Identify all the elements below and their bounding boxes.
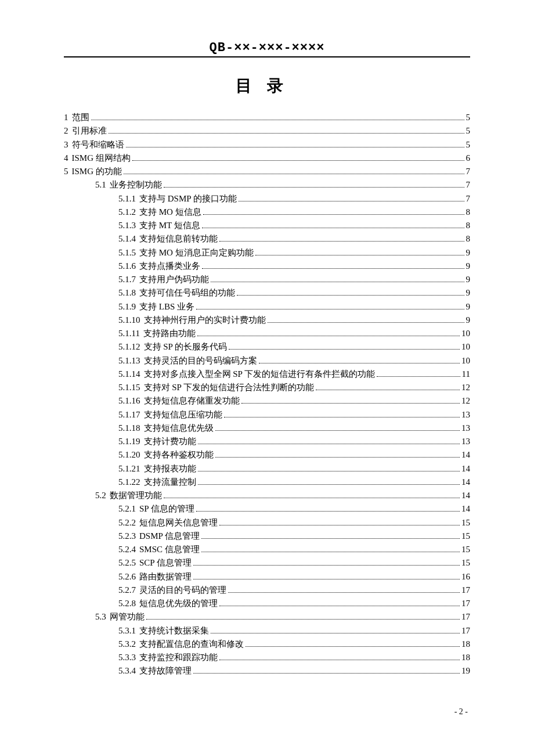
- toc-entry-number: 5.1.2: [118, 206, 136, 219]
- toc-entry-number: 5.1.13: [118, 354, 140, 368]
- toc-entry-page: 8: [466, 232, 471, 246]
- toc-leader-dots: [377, 370, 460, 377]
- toc-leader-dots: [224, 411, 460, 417]
- toc-entry: 5.2.8短信息优先级的管理17: [64, 597, 470, 610]
- toc-entry: 5.1.3支持 MT 短信息8: [64, 219, 470, 232]
- toc-entry: 5.1.2支持 MO 短信息8: [64, 206, 470, 219]
- toc-entry: 5.1.10支持神州行用户的实时计费功能9: [64, 314, 470, 327]
- toc-leader-dots: [211, 627, 460, 633]
- toc-entry: 5.1.21支持报表功能14: [64, 462, 470, 476]
- toc-entry-page: 14: [461, 476, 470, 489]
- toc-entry-number: 5.2.8: [118, 597, 136, 610]
- toc-leader-dots: [255, 249, 464, 255]
- toc-leader-dots: [193, 573, 460, 579]
- toc-entry-label: 数据管理功能: [110, 489, 162, 502]
- toc-title: 目录: [64, 75, 470, 97]
- toc-entry-label: 支持对 SP 下发的短信进行合法性判断的功能: [144, 381, 315, 394]
- toc-entry-page: 9: [466, 300, 471, 314]
- toc-entry: 5.3.2支持配置信息的查询和修改18: [64, 638, 470, 651]
- toc-entry-number: 5.1.8: [118, 286, 136, 300]
- toc-entry-number: 5.2.6: [118, 570, 136, 584]
- toc-entry-number: 5.1.1: [118, 192, 136, 206]
- toc-entry-page: 17: [461, 610, 470, 624]
- toc-entry-number: 5.1.17: [118, 408, 140, 422]
- toc-entry-label: 符号和缩略语: [72, 138, 124, 152]
- toc-entry-label: 支持配置信息的查询和修改: [139, 638, 244, 651]
- toc-entry-page: 10: [461, 354, 470, 368]
- toc-entry-label: 业务控制功能: [110, 178, 162, 192]
- toc-entry-label: 支持短信息前转功能: [139, 232, 218, 246]
- toc-entry-label: 支持 MO 短信息: [139, 206, 201, 219]
- toc-leader-dots: [197, 330, 460, 337]
- toc-entry-number: 5.1.18: [118, 422, 140, 435]
- toc-leader-dots: [202, 262, 464, 269]
- toc-entry-page: 13: [461, 435, 470, 448]
- toc-leader-dots: [164, 492, 460, 499]
- toc-entry-number: 5.2.1: [118, 502, 136, 516]
- toc-entry: 5.1.12支持 SP 的长服务代码10: [64, 340, 470, 354]
- toc-entry-page: 13: [461, 422, 470, 435]
- toc-entry-label: 范围: [72, 111, 89, 124]
- toc-entry-number: 5.3.1: [118, 624, 136, 638]
- toc-leader-dots: [164, 181, 464, 188]
- toc-entry-label: 支持 LBS 业务: [139, 300, 194, 314]
- toc-entry: 5.2.6路由数据管理16: [64, 570, 470, 584]
- toc-entry-label: 支持对多点接入型全网 SP 下发的短信进行有条件拦截的功能: [144, 368, 376, 381]
- toc-leader-dots: [215, 451, 460, 458]
- toc-entry-number: 5.2.2: [118, 516, 136, 530]
- toc-entry-number: 5.1.7: [118, 273, 136, 286]
- toc-entry-number: 5.2: [95, 489, 106, 502]
- toc-entry-number: 5.3: [95, 610, 106, 624]
- toc-leader-dots: [239, 195, 464, 201]
- toc-entry-label: 支持故障管理: [139, 664, 192, 678]
- toc-entry-page: 17: [461, 584, 470, 597]
- toc-entry-page: 11: [462, 368, 470, 381]
- toc-entry-page: 9: [466, 314, 471, 327]
- toc-entry-label: 灵活的目的号码的管理: [139, 584, 226, 597]
- toc-leader-dots: [198, 465, 460, 471]
- toc-entry-number: 5.1.21: [118, 462, 140, 476]
- page-number-footer: - 2 -: [64, 707, 470, 717]
- toc-entry: 5.1.19支持计费功能13: [64, 435, 470, 448]
- toc-entry-number: 1: [64, 111, 68, 124]
- toc-entry-label: 支持报表功能: [144, 462, 196, 476]
- toc-entry-page: 15: [461, 516, 470, 530]
- toc-entry-number: 5.1.3: [118, 219, 136, 232]
- toc-entry-label: 支持统计数据采集: [139, 624, 209, 638]
- toc-entry-label: 支持 SP 的长服务代码: [144, 340, 228, 354]
- toc-leader-dots: [268, 316, 464, 323]
- toc-entry: 5.2.4SMSC 信息管理15: [64, 543, 470, 556]
- toc-entry-label: SP 信息的管理: [139, 502, 194, 516]
- toc-entry: 5.3.1支持统计数据采集17: [64, 624, 470, 638]
- toc-entry-number: 2: [64, 124, 68, 138]
- toc-entry-page: 8: [466, 219, 471, 232]
- toc-entry-label: 支持短信息优先级: [144, 422, 214, 435]
- toc-entry-label: 支持可信任号码组的功能: [139, 286, 235, 300]
- toc-entry-label: 支持点播类业务: [139, 260, 200, 273]
- toc-entry-number: 5.1.12: [118, 340, 140, 354]
- toc-entry-page: 8: [466, 206, 471, 219]
- toc-entry-label: 支持短信息压缩功能: [144, 408, 222, 422]
- toc-entry-number: 5.1.4: [118, 232, 136, 246]
- toc-entry: 2引用标准5: [64, 124, 470, 138]
- page-header-rule: QB-××-×××-××××: [64, 41, 470, 57]
- toc-entry-number: 5.2.3: [118, 530, 136, 543]
- toc-leader-dots: [246, 640, 460, 647]
- toc-entry-label: 支持与 DSMP 的接口功能: [139, 192, 237, 206]
- toc-entry: 5.1.18支持短信息优先级13: [64, 422, 470, 435]
- toc-entry-number: 5.1.15: [118, 381, 140, 394]
- toc-entry: 5ISMG 的功能7: [64, 165, 470, 178]
- toc-entry: 5.2数据管理功能14: [64, 489, 470, 502]
- toc-entry-page: 5: [466, 124, 471, 138]
- toc-leader-dots: [203, 208, 464, 215]
- toc-entry: 5.3.4支持故障管理19: [64, 664, 470, 678]
- toc-entry: 5.2.1SP 信息的管理14: [64, 502, 470, 516]
- toc-leader-dots: [237, 289, 464, 296]
- toc-entry-label: 短信息网关信息管理: [139, 516, 218, 530]
- toc-entry: 5.1.15支持对 SP 下发的短信进行合法性判断的功能12: [64, 381, 470, 394]
- toc-entry: 5.1.8支持可信任号码组的功能9: [64, 286, 470, 300]
- toc-leader-dots: [132, 154, 464, 161]
- toc-entry-label: ISMG 的功能: [72, 165, 122, 178]
- toc-entry-number: 5.3.2: [118, 638, 136, 651]
- toc-entry-number: 4: [64, 152, 68, 165]
